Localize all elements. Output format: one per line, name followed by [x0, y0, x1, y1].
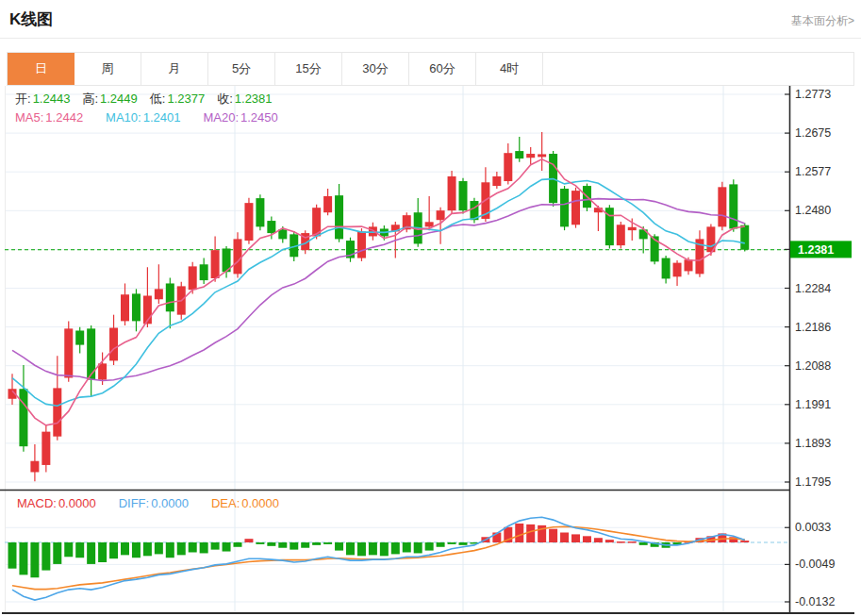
- macd-bar: [594, 538, 603, 542]
- y-axis-label: 1.2186: [795, 321, 831, 334]
- ma-legend: MA5:1.2442MA10:1.2401MA20:1.2450: [15, 110, 278, 125]
- candle-body: [673, 263, 682, 277]
- macd-bar: [605, 540, 614, 542]
- legend-label: 开:: [15, 91, 31, 108]
- macd-axis-label: -0.0049: [795, 558, 835, 571]
- fundamental-analysis-link[interactable]: 基本面分析>: [791, 13, 854, 29]
- macd-bar: [109, 542, 118, 558]
- candle-body: [357, 231, 366, 258]
- macd-bar: [571, 534, 580, 542]
- candle-body: [335, 195, 343, 239]
- candle-body: [109, 328, 118, 361]
- candle-body: [256, 198, 264, 226]
- macd-bar: [583, 536, 591, 542]
- macd-legend: MACD:0.0000DIFF:0.0000DEA:0.0000: [17, 496, 279, 510]
- tab-60分[interactable]: 60分: [409, 53, 476, 85]
- candle-body: [459, 181, 468, 210]
- macd-bar: [267, 542, 275, 546]
- tab-15分[interactable]: 15分: [275, 53, 342, 85]
- candle-body: [425, 222, 434, 226]
- grid-lines: [5, 86, 789, 613]
- legend-label: MA5:: [15, 110, 43, 125]
- candle-body: [19, 389, 27, 446]
- macd-bar: [437, 542, 445, 547]
- macd-bar: [380, 542, 389, 556]
- legend-value: 1.2449: [100, 92, 138, 106]
- macd-bar: [75, 542, 84, 558]
- tab-4时[interactable]: 4时: [476, 53, 543, 85]
- candle-body: [267, 221, 275, 233]
- macd-bar: [98, 542, 107, 562]
- candle-body: [729, 184, 737, 228]
- y-axis-label: 1.2284: [795, 282, 831, 295]
- tab-5分[interactable]: 5分: [208, 53, 275, 85]
- macd-bar: [177, 542, 186, 555]
- macd-bar: [290, 542, 298, 550]
- y-axis-label: 1.1991: [795, 398, 831, 411]
- macd-bar: [526, 524, 535, 542]
- legend-value: 1.2442: [45, 110, 83, 125]
- macd-bar: [617, 541, 625, 543]
- macd-bar: [414, 542, 422, 553]
- tab-周[interactable]: 周: [75, 53, 141, 85]
- candle-body: [323, 196, 332, 212]
- candle-body: [121, 294, 129, 321]
- macd-bar: [166, 542, 174, 558]
- candle-body: [571, 191, 580, 225]
- candle-body: [515, 151, 523, 158]
- y-axis-label: 1.1893: [795, 437, 831, 450]
- macd-bar: [132, 542, 141, 558]
- widget-header: K线图 基本面分析>: [0, 0, 861, 39]
- tab-日[interactable]: 日: [8, 53, 75, 85]
- legend-label: MA20:: [203, 110, 239, 125]
- macd-bar: [312, 542, 321, 545]
- candle-body: [448, 176, 456, 210]
- macd-bar: [8, 542, 17, 569]
- legend-value: 0.0000: [58, 496, 96, 510]
- macd-bar: [223, 542, 231, 552]
- tab-月[interactable]: 月: [141, 53, 208, 85]
- macd-bar: [515, 524, 523, 542]
- current-price-tag-label: 1.2381: [798, 243, 834, 257]
- tabs-filler: [543, 53, 853, 85]
- macd-bar: [369, 542, 377, 555]
- y-axis-label: 1.2773: [795, 88, 831, 101]
- macd-bar: [560, 533, 569, 542]
- legend-label: DIFF:: [119, 496, 150, 510]
- macd-bar: [323, 542, 332, 544]
- macd-bar: [278, 542, 287, 548]
- y-axis-label: 1.2577: [795, 165, 831, 178]
- macd-bar: [628, 541, 637, 543]
- macd-bar: [256, 542, 264, 544]
- tab-30分[interactable]: 30分: [342, 53, 409, 85]
- dea-line: [12, 526, 745, 589]
- candle-body: [662, 258, 671, 279]
- macd-bar: [155, 542, 163, 554]
- candle-body: [234, 239, 242, 274]
- macd-bar: [357, 542, 366, 556]
- macd-bar: [335, 542, 343, 551]
- macd-bar: [19, 542, 27, 574]
- macd-bar: [639, 542, 648, 545]
- candle-body: [538, 154, 546, 157]
- candle-body: [437, 210, 445, 220]
- candle-body: [685, 259, 693, 271]
- macd-bar: [64, 542, 73, 557]
- macd-bar: [41, 542, 50, 571]
- candle-body: [740, 225, 749, 250]
- macd-bar: [425, 542, 434, 551]
- period-tabs: 日周月5分15分30分60分4时: [7, 52, 854, 86]
- y-axis-labels: 1.27731.26751.25771.24801.23811.22841.21…: [785, 88, 852, 608]
- macd-axis-label: 0.0033: [795, 521, 831, 534]
- macd-bar: [459, 542, 468, 545]
- y-axis-label: 1.2480: [795, 204, 831, 217]
- candle-body: [98, 363, 107, 379]
- legend-value: 0.0000: [151, 496, 189, 510]
- macd-bar: [346, 542, 355, 555]
- legend-value: 1.2443: [33, 92, 71, 106]
- candle-body: [41, 432, 50, 465]
- y-axis-label: 1.2088: [795, 359, 831, 373]
- y-axis-label: 1.2675: [795, 126, 831, 140]
- candle-body: [166, 283, 174, 311]
- macd-bar: [403, 542, 411, 552]
